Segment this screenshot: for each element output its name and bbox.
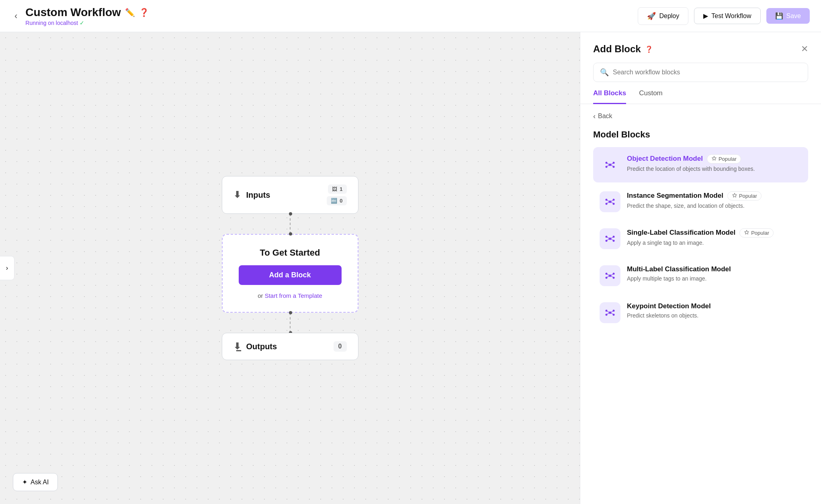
svg-point-11 xyxy=(613,199,615,201)
block-info: Keypoint Detection Model Predict skeleto… xyxy=(627,302,802,320)
header-right: 🚀 Deploy ▶ Test Workflow 💾 Save xyxy=(638,7,810,25)
block-info: Single-Label Classification Model Popula… xyxy=(627,228,802,247)
search-box: 🔍 xyxy=(593,63,808,82)
svg-point-22 xyxy=(613,240,615,242)
connector-1 xyxy=(290,214,291,234)
inputs-node[interactable]: ⬇ Inputs 🖼 1 🔤 0 xyxy=(222,176,358,214)
add-block-panel: Add Block ❓ ✕ 🔍 All Blocks Custom ‹ Back… xyxy=(580,32,821,504)
block-name: Instance Segmentation Model xyxy=(627,192,723,200)
svg-point-20 xyxy=(613,236,615,238)
svg-point-12 xyxy=(606,203,608,205)
block-icon xyxy=(600,191,620,212)
close-panel-button[interactable]: ✕ xyxy=(801,44,808,54)
input-badges: 🖼 1 🔤 0 xyxy=(327,184,346,205)
block-item[interactable]: Multi-Label Classification Model Apply m… xyxy=(593,258,808,293)
play-icon: ▶ xyxy=(703,12,708,20)
block-icon xyxy=(600,154,620,175)
main-area: › ⬇ Inputs 🖼 1 🔤 0 xyxy=(0,32,821,504)
block-info: Instance Segmentation Model Popular Pred… xyxy=(627,191,802,210)
block-info: Object Detection Model Popular Predict t… xyxy=(627,154,802,173)
svg-line-5 xyxy=(608,163,609,164)
dot-top-2 xyxy=(289,311,292,314)
svg-point-13 xyxy=(613,203,615,205)
panel-help-icon[interactable]: ❓ xyxy=(645,45,653,53)
svg-line-16 xyxy=(608,202,609,203)
ask-ai-button[interactable]: ✦ Ask AI xyxy=(13,473,58,491)
block-name: Single-Label Classification Model xyxy=(627,229,735,237)
block-name: Multi-Label Classification Model xyxy=(627,265,731,273)
svg-point-18 xyxy=(609,238,611,240)
search-icon: 🔍 xyxy=(600,68,609,77)
svg-line-33 xyxy=(611,274,613,275)
block-tabs: All Blocks Custom xyxy=(580,82,821,104)
tab-all-blocks[interactable]: All Blocks xyxy=(593,89,626,104)
popular-badge: Popular xyxy=(707,154,741,164)
svg-point-9 xyxy=(609,201,611,203)
block-item[interactable]: Object Detection Model Popular Predict t… xyxy=(593,147,808,182)
help-icon[interactable]: ❓ xyxy=(139,8,149,17)
svg-point-21 xyxy=(606,240,608,242)
svg-point-3 xyxy=(606,166,608,168)
back-button[interactable]: ‹ xyxy=(11,9,20,23)
deploy-button[interactable]: 🚀 Deploy xyxy=(638,7,688,25)
block-desc: Apply multiple tags to an image. xyxy=(627,275,802,283)
header-left: ‹ Custom Workflow ✏️ ❓ Running on localh… xyxy=(11,6,149,26)
text-badge: 🔤 0 xyxy=(327,196,346,205)
block-item[interactable]: Single-Label Classification Model Popula… xyxy=(593,221,808,256)
outputs-node[interactable]: ⬇̲ Outputs 0 xyxy=(222,333,358,360)
block-info: Multi-Label Classification Model Apply m… xyxy=(627,265,802,283)
output-icon: ⬇̲ xyxy=(233,341,241,352)
svg-point-10 xyxy=(606,199,608,201)
test-workflow-button[interactable]: ▶ Test Workflow xyxy=(694,8,760,24)
svg-line-23 xyxy=(608,237,609,238)
sidebar-toggle[interactable]: › xyxy=(0,256,14,280)
edit-icon[interactable]: ✏️ xyxy=(125,8,135,17)
back-link[interactable]: ‹ Back xyxy=(593,112,808,121)
svg-line-34 xyxy=(608,276,609,277)
svg-point-19 xyxy=(606,236,608,238)
block-desc: Apply a single tag to an image. xyxy=(627,239,802,247)
svg-point-1 xyxy=(606,162,608,164)
svg-point-4 xyxy=(613,166,615,168)
panel-title: Add Block ❓ xyxy=(593,43,653,55)
block-icon xyxy=(600,265,620,286)
ab-icon: 🔤 xyxy=(331,198,337,204)
svg-point-31 xyxy=(613,277,615,279)
sparkle-icon: ✦ xyxy=(22,478,27,486)
svg-line-6 xyxy=(611,163,613,164)
chevron-right-icon: › xyxy=(6,264,8,272)
svg-point-30 xyxy=(606,277,608,279)
block-desc: Predict skeletons on objects. xyxy=(627,312,802,320)
svg-point-39 xyxy=(606,313,608,316)
block-list: Object Detection Model Popular Predict t… xyxy=(593,147,808,330)
svg-line-32 xyxy=(608,274,609,275)
svg-line-8 xyxy=(611,165,613,166)
svg-point-28 xyxy=(606,272,608,275)
search-input[interactable] xyxy=(613,69,801,76)
start-from-template-link[interactable]: Start from a Template xyxy=(265,292,322,299)
workflow-canvas[interactable]: › ⬇ Inputs 🖼 1 🔤 0 xyxy=(0,32,580,504)
block-item[interactable]: Instance Segmentation Model Popular Pred… xyxy=(593,184,808,219)
tab-custom[interactable]: Custom xyxy=(639,89,663,104)
panel-content: ‹ Back Model Blocks Object Detection Mod… xyxy=(580,104,821,504)
block-item[interactable]: Keypoint Detection Model Predict skeleto… xyxy=(593,295,808,330)
block-desc: Predict the shape, size, and location of… xyxy=(627,202,802,210)
header-title-block: Custom Workflow ✏️ ❓ Running on localhos… xyxy=(25,6,149,26)
block-name: Object Detection Model xyxy=(627,155,703,163)
header: ‹ Custom Workflow ✏️ ❓ Running on localh… xyxy=(0,0,821,32)
svg-line-41 xyxy=(608,311,609,312)
svg-point-38 xyxy=(613,309,615,311)
save-button[interactable]: 💾 Save xyxy=(766,8,810,24)
svg-line-25 xyxy=(608,239,609,240)
workflow-nodes: ⬇ Inputs 🖼 1 🔤 0 xyxy=(222,176,358,360)
svg-line-7 xyxy=(608,165,609,166)
block-icon xyxy=(600,228,620,249)
svg-line-17 xyxy=(611,202,613,203)
input-icon: ⬇ xyxy=(233,190,241,200)
block-name: Keypoint Detection Model xyxy=(627,302,711,310)
add-block-button[interactable]: Add a Block xyxy=(239,265,342,285)
svg-point-29 xyxy=(613,272,615,275)
get-started-title: To Get Started xyxy=(260,248,320,258)
workflow-title: Custom Workflow xyxy=(25,6,121,19)
svg-point-27 xyxy=(609,275,611,277)
